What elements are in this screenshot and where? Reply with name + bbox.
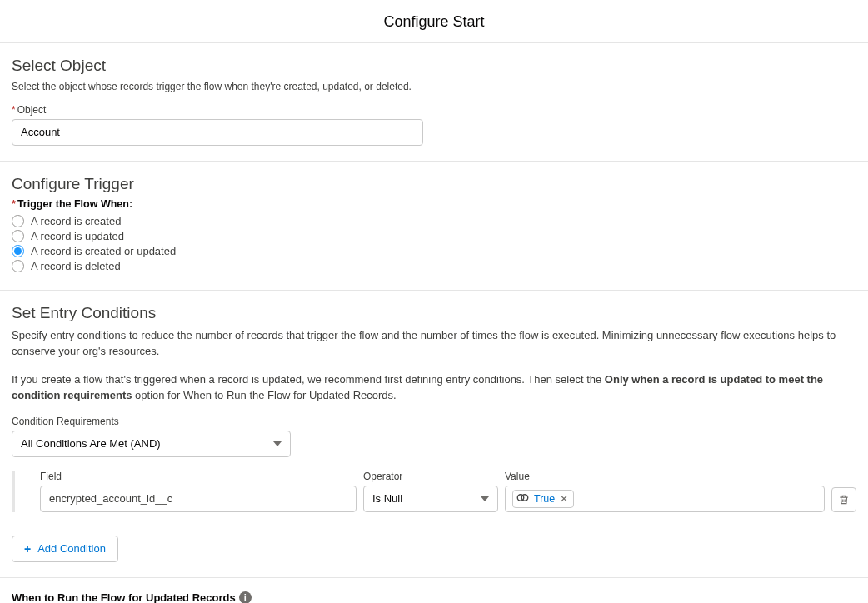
value-pill-text: True [534, 493, 555, 505]
radio-icon [12, 245, 24, 257]
trash-icon [838, 494, 850, 506]
entry-conditions-desc2: If you create a flow that's triggered wh… [12, 371, 856, 404]
close-icon[interactable]: ✕ [560, 493, 568, 505]
condition-field-label: Field [40, 471, 357, 482]
info-icon[interactable]: i [239, 591, 252, 603]
chevron-down-icon [273, 441, 282, 446]
condition-value-label: Value [505, 471, 825, 482]
page-title: Configure Start [0, 0, 868, 42]
trigger-option-label: A record is updated [31, 230, 124, 242]
select-object-description: Select the object whose records trigger … [12, 80, 856, 94]
condition-requirements-select[interactable]: All Conditions Are Met (AND) [12, 431, 291, 457]
trigger-option-updated[interactable]: A record is updated [12, 230, 856, 242]
trigger-when-label: *Trigger the Flow When: [12, 198, 856, 210]
condition-row-container: Field Operator Is Null Value True [12, 471, 856, 512]
condition-row: Field Operator Is Null Value True [40, 471, 856, 512]
condition-value-input[interactable]: True ✕ [505, 486, 825, 512]
trigger-option-deleted[interactable]: A record is deleted [12, 260, 856, 272]
trigger-option-created-or-updated[interactable]: A record is created or updated [12, 245, 856, 257]
condition-requirements-label: Condition Requirements [12, 416, 856, 427]
plus-icon: + [24, 542, 31, 556]
delete-condition-button[interactable] [831, 487, 856, 512]
condition-operator-label: Operator [363, 471, 498, 482]
entry-conditions-section: Set Entry Conditions Specify entry condi… [0, 290, 868, 577]
chevron-down-icon [481, 496, 489, 501]
when-to-run-section: When to Run the Flow for Updated Records… [0, 577, 868, 603]
select-object-section: Select Object Select the object whose re… [0, 42, 868, 161]
value-pill: True ✕ [512, 490, 574, 508]
trigger-option-label: A record is created or updated [31, 245, 176, 257]
add-condition-button[interactable]: + Add Condition [12, 536, 118, 562]
configure-trigger-section: Configure Trigger *Trigger the Flow When… [0, 161, 868, 290]
condition-operator-select[interactable]: Is Null [363, 486, 498, 512]
condition-requirements-value: All Conditions Are Met (AND) [21, 437, 161, 450]
condition-operator-value: Is Null [372, 492, 402, 505]
trigger-option-label: A record is created [31, 215, 121, 227]
condition-field-input[interactable] [40, 486, 357, 512]
global-constant-icon [516, 491, 529, 506]
object-input[interactable] [12, 119, 423, 146]
entry-conditions-heading: Set Entry Conditions [12, 304, 856, 322]
when-to-run-label: When to Run the Flow for Updated Records… [12, 591, 856, 603]
trigger-option-label: A record is deleted [31, 260, 121, 272]
trigger-option-created[interactable]: A record is created [12, 215, 856, 227]
svg-point-1 [521, 495, 528, 501]
object-label: *Object [12, 104, 856, 116]
radio-icon [12, 230, 24, 242]
select-object-heading: Select Object [12, 57, 856, 75]
entry-conditions-desc1: Specify entry conditions to reduce the n… [12, 327, 856, 360]
add-condition-label: Add Condition [37, 542, 106, 555]
configure-trigger-heading: Configure Trigger [12, 175, 856, 193]
radio-icon [12, 215, 24, 227]
radio-icon [12, 260, 24, 272]
